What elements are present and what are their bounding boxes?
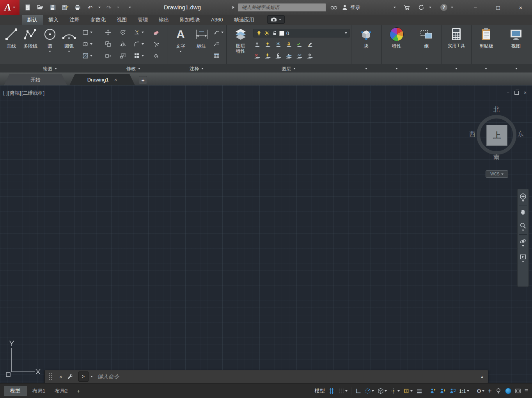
snap-caret-icon[interactable] <box>345 390 348 392</box>
properties-panel-expander[interactable] <box>381 64 412 73</box>
app-menu-button[interactable]: A <box>0 0 20 15</box>
wcs-dropdown[interactable]: WCS <box>486 170 508 178</box>
command-input[interactable] <box>97 373 481 380</box>
featured-apps-caret-icon[interactable] <box>279 19 281 20</box>
hatch-tool-button[interactable] <box>82 52 92 59</box>
layer-properties-button[interactable]: 图层特性 <box>231 27 250 54</box>
rectangle-tool-button[interactable] <box>82 29 92 36</box>
clipboard-panel-expander[interactable] <box>471 64 501 73</box>
layer-dropdown[interactable]: 0 <box>254 29 349 37</box>
layer-lock-button[interactable] <box>285 41 292 48</box>
rectangle-caret-icon[interactable] <box>90 32 92 33</box>
clean-screen-button[interactable] <box>515 388 521 394</box>
erase-tool-button[interactable] <box>153 29 160 36</box>
model-space-button[interactable]: 模型 <box>315 387 325 394</box>
command-line-customize-icon[interactable] <box>66 372 74 381</box>
search-icon[interactable] <box>330 3 338 12</box>
layer-walk-button[interactable] <box>296 53 303 60</box>
command-line-close-icon[interactable]: × <box>59 374 62 380</box>
signin-button[interactable]: 登录 <box>342 4 360 11</box>
undo-caret-icon[interactable] <box>98 7 101 8</box>
redo-button[interactable]: ↷ <box>105 3 113 12</box>
layer-match-button[interactable] <box>306 41 313 48</box>
annotation-scale-button[interactable]: 1:1 <box>459 388 469 394</box>
ribbon-tab-view[interactable]: 视图 <box>111 15 132 25</box>
graphics-performance-button[interactable] <box>505 388 511 394</box>
layer-off-button[interactable] <box>254 41 261 48</box>
mirror-tool-button[interactable] <box>119 41 126 48</box>
ucs-icon[interactable] <box>3 338 46 381</box>
layer-merge-button[interactable] <box>285 53 292 60</box>
help-icon[interactable]: ? <box>440 4 447 11</box>
isometric-drafting-toggle[interactable] <box>378 388 387 394</box>
view-panel-expander[interactable] <box>501 64 532 73</box>
utilities-panel-expander[interactable] <box>442 64 471 73</box>
layer-unisolate-button[interactable] <box>254 53 261 60</box>
ellipse-caret-icon[interactable] <box>90 43 92 45</box>
table-tool-button[interactable] <box>213 52 220 59</box>
new-drawing-tab-button[interactable]: + <box>139 76 147 84</box>
orbit-button[interactable] <box>520 236 527 248</box>
command-history-caret-icon[interactable] <box>90 376 93 377</box>
save-as-icon[interactable] <box>61 3 69 12</box>
ribbon-tab-manage[interactable]: 管理 <box>132 15 153 25</box>
annotation-sync-toggle[interactable] <box>449 388 456 394</box>
navigation-wheel-button[interactable] <box>520 191 527 203</box>
ribbon-tab-insert[interactable]: 插入 <box>43 15 64 25</box>
workspace-switch-button[interactable]: ⚙ <box>477 388 485 394</box>
isolate-objects-button[interactable] <box>495 388 502 394</box>
zoom-caret-icon[interactable] <box>522 230 524 231</box>
layers-panel-title[interactable]: 图层 <box>226 64 351 73</box>
lineweight-toggle[interactable] <box>416 388 422 394</box>
showmotion-caret-icon[interactable] <box>522 261 524 262</box>
layer-isolate-button[interactable] <box>264 41 271 48</box>
ellipse-tool-button[interactable] <box>82 41 92 48</box>
annotation-autoscale-toggle[interactable] <box>440 388 446 394</box>
fillet-tool-button[interactable] <box>133 41 144 48</box>
viewport-restore-icon[interactable] <box>514 91 519 95</box>
layer-settings-button[interactable] <box>306 53 313 60</box>
layer-color-swatch[interactable] <box>279 31 284 36</box>
explode-tool-button[interactable] <box>153 41 160 48</box>
annotation-monitor-button[interactable]: + <box>488 388 491 394</box>
ribbon-tab-annotate[interactable]: 注释 <box>64 15 85 25</box>
viewcube-west-label[interactable]: 西 <box>469 130 475 138</box>
viewport-view-control[interactable]: [俯视] <box>8 90 21 97</box>
viewport-visual-style-control[interactable]: [二维线框] <box>21 90 44 97</box>
viewport-minimize-icon[interactable]: − <box>507 90 509 96</box>
snap-toggle[interactable] <box>338 388 348 394</box>
rotate-tool-button[interactable] <box>119 29 126 36</box>
group-panel-expander[interactable] <box>412 64 442 73</box>
object-snap-toggle[interactable] <box>403 388 413 394</box>
command-prompt-badge[interactable]: > <box>78 371 89 382</box>
circle-caret-icon[interactable] <box>49 51 51 52</box>
showmotion-button[interactable] <box>520 252 527 264</box>
viewcube-east-label[interactable]: 东 <box>518 130 524 138</box>
layer-make-current-button[interactable] <box>296 41 303 48</box>
layer-unlock-icon[interactable] <box>271 30 277 36</box>
viewcube-top-face[interactable]: 上 <box>486 125 507 146</box>
modify-panel-title[interactable]: 修改 <box>100 64 167 73</box>
grid-toggle[interactable] <box>328 388 335 394</box>
search-input[interactable] <box>241 4 323 11</box>
command-line-grip[interactable] <box>49 373 52 380</box>
maximize-button[interactable]: □ <box>487 0 509 15</box>
ribbon-tab-home[interactable]: 默认 <box>22 15 43 25</box>
cart-icon[interactable] <box>403 3 411 12</box>
utilities-button[interactable]: 实用工具 <box>444 27 469 49</box>
qat-customize-caret-icon[interactable] <box>129 7 131 8</box>
layout1-tab[interactable]: 布局1 <box>29 387 49 394</box>
file-tab-start[interactable]: 开始 <box>4 74 67 85</box>
leader-tool-button[interactable] <box>213 29 223 36</box>
viewport-close-icon[interactable]: × <box>524 90 527 96</box>
move-tool-button[interactable] <box>105 29 112 36</box>
viewcube-south-label[interactable]: 南 <box>493 154 500 162</box>
close-button[interactable]: × <box>509 0 532 15</box>
workspace-caret-icon[interactable] <box>482 390 484 392</box>
text-tool-button[interactable]: A 文字 <box>172 27 190 52</box>
drawing1-tab-close-icon[interactable]: × <box>114 77 117 83</box>
isodraft-caret-icon[interactable] <box>385 390 387 392</box>
view-panel-button[interactable]: 视图 <box>504 27 528 50</box>
osnap-caret-icon[interactable] <box>410 390 413 392</box>
signin-caret-icon[interactable] <box>394 7 396 8</box>
